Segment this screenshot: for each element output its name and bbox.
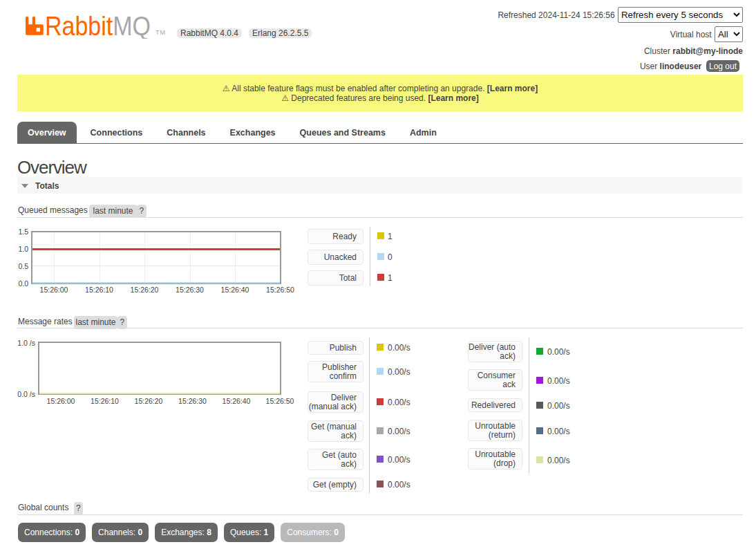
svg-text:RabbitMQ: RabbitMQ — [45, 14, 151, 39]
svg-text:TM: TM — [155, 29, 166, 36]
